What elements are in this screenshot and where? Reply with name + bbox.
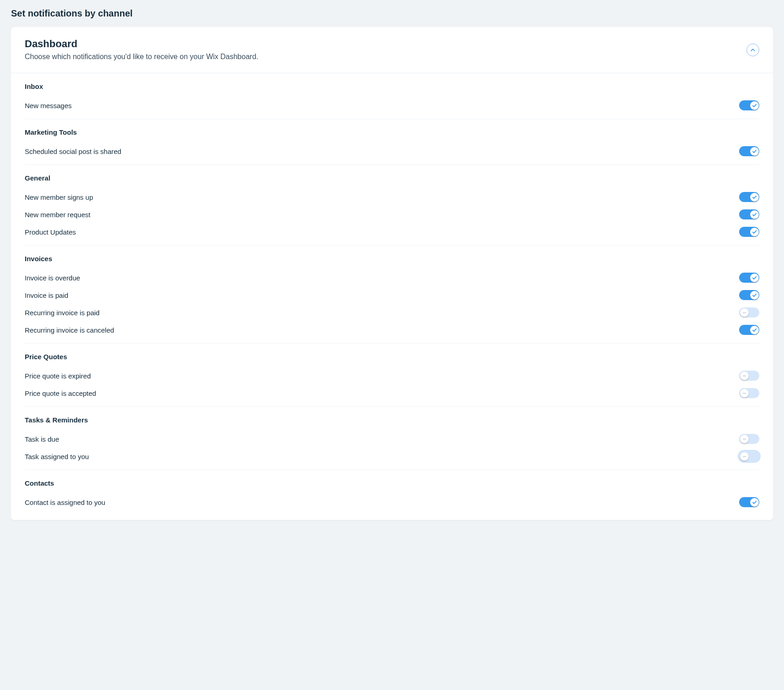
card-body: InboxNew messagesMarketing ToolsSchedule…: [11, 73, 773, 520]
collapse-button[interactable]: [746, 44, 759, 56]
list-item: Invoice is paid: [25, 286, 759, 304]
dash-icon: [740, 389, 749, 398]
toggle-contact-is-assigned-to-you[interactable]: [739, 497, 759, 507]
toggle-recurring-invoice-is-canceled[interactable]: [739, 325, 759, 335]
card-subtitle: Choose which notifications you'd like to…: [25, 52, 737, 62]
card-header: Dashboard Choose which notifications you…: [11, 27, 773, 73]
item-label: Scheduled social post is shared: [25, 148, 121, 155]
list-item: New messages: [25, 97, 759, 114]
list-item: Task assigned to you: [25, 448, 759, 465]
chevron-up-icon: [751, 49, 755, 51]
group-title: Contacts: [25, 479, 759, 487]
toggle-new-member-request[interactable]: [739, 209, 759, 219]
group-title: Inbox: [25, 82, 759, 90]
check-icon: [750, 210, 759, 219]
page-title: Set notifications by channel: [11, 8, 773, 19]
item-label: New member request: [25, 211, 90, 219]
list-item: Task is due: [25, 430, 759, 448]
list-item: Scheduled social post is shared: [25, 142, 759, 160]
item-label: Invoice is paid: [25, 291, 68, 299]
check-icon: [750, 291, 759, 300]
group-price-quotes: Price QuotesPrice quote is expiredPrice …: [25, 344, 759, 407]
toggle-price-quote-is-accepted[interactable]: [739, 388, 759, 398]
toggle-new-member-signs-up[interactable]: [739, 192, 759, 202]
item-label: Invoice is overdue: [25, 274, 80, 282]
group-title: Invoices: [25, 255, 759, 263]
group-title: Tasks & Reminders: [25, 416, 759, 424]
dash-icon: [740, 435, 749, 444]
dash-icon: [740, 372, 749, 380]
list-item: New member signs up: [25, 188, 759, 206]
group-invoices: InvoicesInvoice is overdueInvoice is pai…: [25, 246, 759, 344]
toggle-recurring-invoice-is-paid[interactable]: [739, 307, 759, 318]
group-tasks-reminders: Tasks & RemindersTask is dueTask assigne…: [25, 407, 759, 470]
toggle-price-quote-is-expired[interactable]: [739, 371, 759, 381]
group-title: Price Quotes: [25, 353, 759, 361]
item-label: Task is due: [25, 435, 59, 443]
toggle-invoice-is-paid[interactable]: [739, 290, 759, 300]
item-label: Recurring invoice is paid: [25, 309, 99, 317]
dash-icon: [740, 452, 749, 461]
dash-icon: [740, 308, 749, 317]
toggle-new-messages[interactable]: [739, 100, 759, 110]
dashboard-card: Dashboard Choose which notifications you…: [11, 27, 773, 520]
group-general: GeneralNew member signs upNew member req…: [25, 165, 759, 246]
check-icon: [750, 274, 759, 282]
toggle-product-updates[interactable]: [739, 227, 759, 237]
check-icon: [750, 101, 759, 110]
list-item: Product Updates: [25, 223, 759, 241]
list-item: Contact is assigned to you: [25, 493, 759, 511]
card-title-wrap: Dashboard Choose which notifications you…: [25, 38, 737, 62]
toggle-scheduled-social-post-is-shared[interactable]: [739, 146, 759, 156]
list-item: New member request: [25, 206, 759, 223]
check-icon: [750, 326, 759, 334]
item-label: Recurring invoice is canceled: [25, 326, 114, 334]
check-icon: [750, 228, 759, 236]
group-title: General: [25, 174, 759, 182]
group-inbox: InboxNew messages: [25, 73, 759, 119]
list-item: Price quote is accepted: [25, 384, 759, 402]
check-icon: [750, 193, 759, 202]
toggle-task-is-due[interactable]: [739, 434, 759, 444]
item-label: New member signs up: [25, 193, 93, 201]
list-item: Price quote is expired: [25, 367, 759, 384]
card-title: Dashboard: [25, 38, 737, 50]
group-contacts: ContactsContact is assigned to you: [25, 470, 759, 515]
toggle-invoice-is-overdue[interactable]: [739, 273, 759, 283]
list-item: Recurring invoice is paid: [25, 304, 759, 321]
item-label: Price quote is expired: [25, 372, 91, 380]
check-icon: [750, 147, 759, 156]
list-item: Recurring invoice is canceled: [25, 321, 759, 339]
group-marketing-tools: Marketing ToolsScheduled social post is …: [25, 119, 759, 165]
item-label: Price quote is accepted: [25, 389, 96, 397]
item-label: New messages: [25, 102, 72, 110]
check-icon: [750, 498, 759, 507]
group-title: Marketing Tools: [25, 128, 759, 136]
item-label: Product Updates: [25, 228, 76, 236]
toggle-task-assigned-to-you[interactable]: [739, 451, 759, 461]
item-label: Contact is assigned to you: [25, 498, 105, 506]
list-item: Invoice is overdue: [25, 269, 759, 286]
item-label: Task assigned to you: [25, 453, 89, 460]
